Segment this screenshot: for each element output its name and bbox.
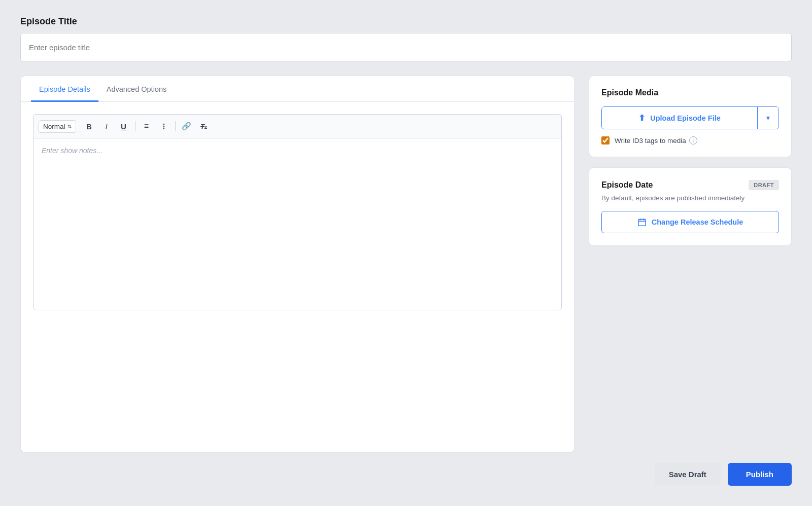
link-button[interactable]: 🔗 bbox=[179, 119, 195, 134]
toolbar-divider-2 bbox=[175, 121, 176, 131]
episode-date-card: Episode Date DRAFT By default, episodes … bbox=[589, 167, 792, 246]
episode-media-title: Episode Media bbox=[601, 88, 779, 97]
left-panel: Episode Details Advanced Options Normal … bbox=[20, 76, 574, 453]
underline-button[interactable]: U bbox=[116, 119, 132, 134]
tabs: Episode Details Advanced Options bbox=[21, 76, 574, 102]
id3-row: Write ID3 tags to media i bbox=[601, 136, 779, 144]
content-area: Episode Details Advanced Options Normal … bbox=[20, 76, 792, 453]
episode-date-header: Episode Date DRAFT bbox=[601, 180, 779, 190]
upload-episode-file-button[interactable]: ⬆ Upload Episode File bbox=[602, 107, 757, 129]
upload-icon: ⬆ bbox=[638, 113, 645, 123]
upload-btn-wrapper: ⬆ Upload Episode File ▼ bbox=[601, 106, 779, 129]
id3-checkbox[interactable] bbox=[601, 136, 610, 144]
publish-button[interactable]: Publish bbox=[728, 463, 792, 486]
editor-body[interactable]: Enter show notes... bbox=[33, 138, 562, 310]
info-icon[interactable]: i bbox=[689, 136, 697, 144]
tab-content-episode-details: Normal ⇅ B I U bbox=[21, 102, 574, 452]
change-release-schedule-button[interactable]: Change Release Schedule bbox=[601, 211, 779, 233]
clear-format-button[interactable]: Tx bbox=[196, 119, 212, 134]
main-container: Episode Title Episode Details Advanced O… bbox=[0, 0, 812, 506]
bold-button[interactable]: B bbox=[81, 119, 97, 134]
upload-dropdown-button[interactable]: ▼ bbox=[757, 107, 779, 129]
footer: Save Draft Publish bbox=[20, 453, 792, 486]
episode-title-label: Episode Title bbox=[20, 16, 792, 27]
episode-date-title: Episode Date bbox=[601, 180, 653, 190]
format-select[interactable]: Normal ⇅ bbox=[39, 120, 76, 133]
tab-advanced-options[interactable]: Advanced Options bbox=[98, 76, 175, 102]
italic-button[interactable]: I bbox=[98, 119, 115, 134]
calendar-icon bbox=[637, 218, 647, 227]
editor-toolbar: Normal ⇅ B I U bbox=[33, 114, 562, 138]
episode-media-card: Episode Media ⬆ Upload Episode File ▼ W bbox=[589, 76, 792, 157]
show-notes-placeholder: Enter show notes... bbox=[42, 147, 103, 155]
tab-episode-details[interactable]: Episode Details bbox=[31, 76, 98, 102]
svg-rect-0 bbox=[638, 220, 646, 226]
right-panel: Episode Media ⬆ Upload Episode File ▼ W bbox=[589, 76, 792, 453]
save-draft-button[interactable]: Save Draft bbox=[655, 463, 721, 486]
chevron-down-icon: ▼ bbox=[765, 115, 771, 122]
episode-date-description: By default, episodes are published immed… bbox=[601, 194, 779, 202]
unordered-list-button[interactable]: ⁝ bbox=[156, 119, 172, 134]
id3-label: Write ID3 tags to media i bbox=[615, 136, 697, 144]
draft-badge: DRAFT bbox=[749, 180, 779, 190]
toolbar-divider-1 bbox=[135, 121, 136, 131]
format-select-arrow-icon: ⇅ bbox=[67, 124, 72, 129]
episode-title-input[interactable] bbox=[20, 33, 792, 61]
ordered-list-button[interactable]: ≡ bbox=[139, 119, 155, 134]
